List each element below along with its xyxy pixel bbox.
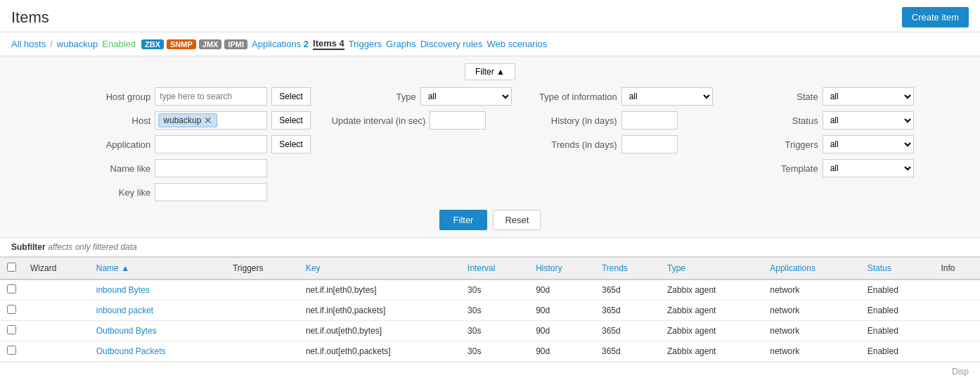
row-history-2: 90d	[529, 321, 595, 341]
row-type-1: Zabbix agent	[660, 301, 763, 321]
name-like-label: Name like	[66, 163, 150, 174]
row-checkbox-1[interactable]	[0, 301, 23, 321]
row-status-0[interactable]: Enabled	[860, 279, 934, 301]
row-check-1[interactable]	[7, 305, 16, 314]
triggers-select[interactable]: all	[823, 135, 914, 153]
application-input[interactable]	[155, 135, 267, 153]
application-row: Application Select	[66, 135, 310, 153]
row-name-link-1[interactable]: inbound packet	[96, 305, 153, 315]
table-row: Outbound Packets net.if.out[eth0,packets…	[0, 341, 980, 362]
host-row: Host wubackup ✕ Select	[66, 111, 310, 130]
key-like-row: Key like	[66, 183, 310, 201]
badge-group: ZBX SNMP JMX IPMI	[140, 39, 247, 49]
type-select[interactable]: all	[420, 87, 512, 106]
row-check-3[interactable]	[7, 346, 16, 355]
row-trends-0: 365d	[595, 279, 660, 301]
breadcrumb-host[interactable]: wubackup	[57, 39, 98, 49]
badge-snmp: SNMP	[167, 39, 196, 49]
history-days-input[interactable]	[621, 111, 678, 130]
row-name-1: inbound packet	[89, 301, 226, 321]
table-row: inbound packet net.if.in[eth0,packets] 3…	[0, 301, 980, 321]
row-status-2[interactable]: Enabled	[860, 321, 934, 341]
filter-col-2: Type all Update interval (in sec)	[332, 87, 512, 201]
filter-col-4: State all Status all Triggers all Templa…	[734, 87, 914, 201]
row-status-1[interactable]: Enabled	[860, 301, 934, 321]
row-checkbox-2[interactable]	[0, 321, 23, 341]
row-type-2: Zabbix agent	[660, 321, 763, 341]
row-type-3: Zabbix agent	[660, 341, 763, 362]
col-trends[interactable]: Trends	[595, 258, 660, 280]
row-checkbox-3[interactable]	[0, 341, 23, 362]
row-trends-2: 365d	[595, 321, 660, 341]
row-name-link-0[interactable]: inbound Bytes	[96, 285, 150, 295]
row-triggers-1	[226, 301, 299, 321]
row-status-3[interactable]: Enabled	[860, 341, 934, 362]
tab-web-scenarios[interactable]: Web scenarios	[487, 39, 548, 49]
row-type-0: Zabbix agent	[660, 279, 763, 301]
history-days-row: History (in days)	[533, 111, 713, 130]
trends-days-input[interactable]	[621, 135, 678, 153]
row-name-link-3[interactable]: Outbound Packets	[96, 346, 166, 356]
trends-days-label: Trends (in days)	[533, 139, 617, 150]
row-checkbox-0[interactable]	[0, 279, 23, 301]
row-check-0[interactable]	[7, 284, 16, 294]
type-of-info-select[interactable]: all	[621, 87, 713, 106]
row-key-1: net.if.in[eth0,packets]	[299, 301, 460, 321]
col-interval[interactable]: Interval	[460, 258, 529, 280]
row-check-2[interactable]	[7, 325, 16, 334]
col-applications[interactable]: Applications	[763, 258, 860, 280]
filter-col-3: Type of information all History (in days…	[533, 87, 713, 201]
filter-toggle-button[interactable]: Filter ▲	[465, 63, 515, 80]
name-like-input[interactable]	[155, 159, 267, 177]
tab-graphs[interactable]: Graphs	[386, 39, 416, 49]
filter-toggle: Filter ▲	[11, 63, 969, 80]
reset-button[interactable]: Reset	[493, 210, 541, 230]
state-select[interactable]: all	[823, 87, 914, 106]
host-tag: wubackup ✕	[158, 113, 217, 127]
template-select[interactable]: all	[823, 159, 914, 177]
filter-button[interactable]: Filter	[439, 210, 488, 230]
row-interval-1: 30s	[460, 301, 529, 321]
col-name[interactable]: Name ▲	[89, 258, 226, 280]
table-row: Outbound Bytes net.if.out[eth0,bytes] 30…	[0, 321, 980, 341]
host-tag-value: wubackup	[163, 115, 201, 125]
subfilter-note: affects only filtered data	[48, 242, 137, 252]
select-all-checkbox[interactable]	[7, 263, 16, 272]
host-group-input[interactable]	[155, 87, 267, 106]
type-row: Type all	[332, 87, 512, 106]
row-info-2	[934, 321, 981, 341]
host-enabled-status: Enabled	[102, 39, 136, 49]
host-group-label: Host group	[66, 92, 150, 102]
row-info-3	[934, 341, 981, 362]
col-history[interactable]: History	[529, 258, 595, 280]
tab-triggers[interactable]: Triggers	[349, 39, 382, 49]
host-group-select-btn[interactable]: Select	[271, 87, 310, 106]
key-like-input[interactable]	[155, 183, 267, 201]
subfilter-label: Subfilter	[11, 242, 46, 252]
update-interval-row: Update interval (in sec)	[332, 111, 512, 130]
triggers-label: Triggers	[734, 139, 818, 150]
breadcrumb-all-hosts[interactable]: All hosts	[11, 39, 46, 49]
badge-zbx: ZBX	[141, 39, 164, 49]
row-info-1	[934, 301, 981, 321]
status-select[interactable]: all	[823, 111, 914, 130]
status-label: Status	[734, 115, 818, 126]
application-select-btn[interactable]: Select	[271, 135, 310, 153]
state-row: State all	[734, 87, 914, 106]
tab-items[interactable]: Items 4	[313, 38, 344, 50]
host-tag-remove[interactable]: ✕	[204, 115, 212, 125]
update-interval-input[interactable]	[430, 111, 486, 130]
col-key[interactable]: Key	[299, 258, 460, 280]
col-type[interactable]: Type	[660, 258, 763, 280]
col-status[interactable]: Status	[860, 258, 934, 280]
tab-discovery-rules[interactable]: Discovery rules	[420, 39, 483, 49]
name-like-row: Name like	[66, 159, 310, 177]
row-name-link-2[interactable]: Outbound Bytes	[96, 326, 157, 336]
type-label: Type	[332, 92, 416, 102]
create-item-button[interactable]: Create item	[902, 7, 969, 27]
tab-applications[interactable]: Applications 2	[252, 39, 309, 49]
row-name-3: Outbound Packets	[89, 341, 226, 362]
page-title: Items	[11, 8, 49, 27]
table-header: Wizard Name ▲ Triggers Key Interval Hist…	[0, 258, 980, 280]
host-select-btn[interactable]: Select	[271, 111, 310, 130]
